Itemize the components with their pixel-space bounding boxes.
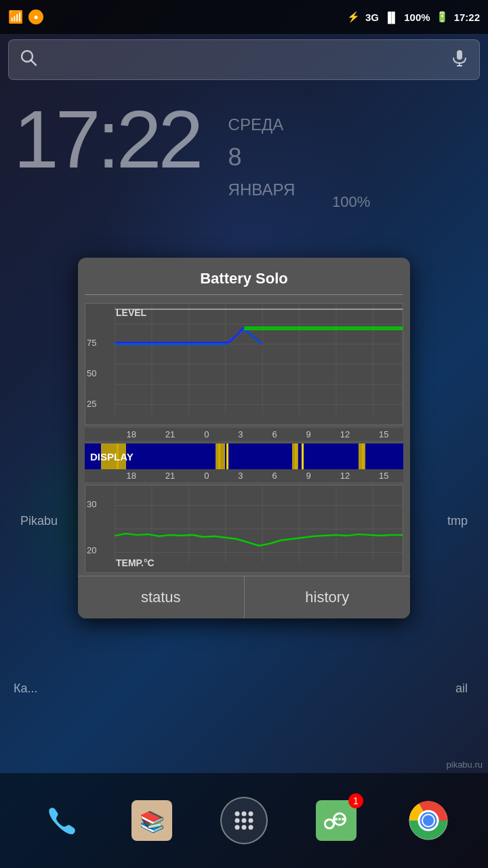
x-label-6a: 6 — [272, 429, 277, 439]
clock-time: 17:22 — [14, 98, 200, 180]
level-label: LEVEL — [116, 307, 146, 318]
message-badge: 1 — [348, 793, 363, 808]
app-dock: 📚 — [0, 773, 488, 868]
search-bar[interactable] — [8, 39, 480, 80]
dock-item-phone[interactable] — [33, 793, 87, 848]
x-label-12b: 12 — [340, 471, 350, 481]
x-label-0a: 0 — [204, 429, 209, 439]
display-tick-5 — [302, 443, 304, 469]
x-label-21a: 21 — [165, 429, 175, 439]
tmp-app-label: tmp — [447, 514, 468, 528]
svg-point-55 — [423, 815, 434, 826]
display-yellow-3 — [292, 443, 298, 469]
display-tick-3 — [226, 443, 228, 469]
dock-item-messages[interactable]: 1 — [309, 793, 363, 848]
x-label-9b: 9 — [306, 471, 311, 481]
battery-icon: 🔋 — [436, 11, 449, 23]
display-yellow-4 — [359, 443, 365, 469]
x-label-18b: 18 — [126, 471, 136, 481]
temp-chart-wrapper: 30 20 TEMP.°C — [85, 485, 403, 573]
status-left: 📶 ● — [8, 9, 43, 24]
month-name: ЯНВАРЯ — [228, 177, 296, 203]
display-bar: DISPLAY — [85, 443, 403, 469]
x-label-3b: 3 — [238, 471, 243, 481]
svg-text:📚: 📚 — [140, 810, 165, 834]
notification-icon: ● — [28, 9, 43, 24]
phone-icon — [36, 797, 83, 844]
bluetooth-icon: ⚡ — [347, 11, 360, 23]
svg-point-33 — [235, 812, 240, 816]
y-label-75: 75 — [87, 338, 96, 348]
svg-point-41 — [249, 825, 253, 830]
microphone-icon[interactable] — [451, 49, 468, 71]
date-number: 8 — [228, 138, 296, 177]
svg-point-49 — [342, 818, 344, 821]
sim-icon: 📶 — [8, 9, 23, 24]
x-label-6b: 6 — [272, 471, 277, 481]
temp-label: TEMP.°C — [116, 557, 155, 568]
svg-point-40 — [242, 825, 247, 830]
x-label-12a: 12 — [340, 429, 350, 439]
svg-point-47 — [335, 818, 338, 821]
svg-point-45 — [326, 821, 333, 827]
clock-widget: 17:22 СРЕДА 8 ЯНВАРЯ — [14, 98, 200, 180]
chart-container: 75 50 25 LEVEL 18 21 0 3 6 9 12 15 DISPL… — [78, 295, 410, 573]
y-temp-label-30: 30 — [87, 499, 96, 509]
svg-point-48 — [338, 818, 341, 821]
pikabu-app-label: Pikabu — [20, 514, 58, 528]
dialog-buttons: status history — [78, 576, 410, 618]
svg-point-38 — [249, 818, 253, 823]
clock-info: СРЕДА 8 ЯНВАРЯ — [228, 112, 296, 203]
battery-solo-dialog: Battery Solo — [78, 258, 410, 618]
y-label-50: 50 — [87, 368, 96, 378]
dialog-title: Battery Solo — [78, 258, 410, 294]
message-icon: 1 — [312, 797, 360, 844]
camera-app-label: Ка... — [14, 682, 38, 696]
history-button[interactable]: history — [245, 576, 411, 618]
y-label-25: 25 — [87, 399, 96, 409]
dock-item-apps[interactable] — [217, 793, 271, 848]
network-type: 3G — [365, 12, 379, 23]
x-label-15a: 15 — [379, 429, 388, 439]
svg-point-36 — [235, 818, 240, 823]
display-x-axis: 18 21 0 3 6 9 12 15 — [85, 469, 403, 482]
temp-chart: 30 20 TEMP.°C — [85, 485, 403, 573]
y-temp-label-20: 20 — [87, 545, 96, 555]
dock-item-chrome[interactable] — [401, 793, 455, 848]
dock-item-launcher[interactable]: 📚 — [125, 793, 179, 848]
email-app-label: ail — [455, 682, 468, 696]
level-chart: 75 50 25 LEVEL — [85, 303, 403, 425]
launcher-icon: 📚 — [128, 797, 176, 844]
signal-bars-icon: ▐▌ — [384, 12, 399, 23]
level-chart-wrapper: 75 50 25 LEVEL 18 21 0 3 6 9 12 15 — [85, 303, 403, 441]
x-label-15b: 15 — [379, 471, 388, 481]
svg-point-37 — [242, 818, 247, 823]
x-label-21b: 21 — [165, 471, 175, 481]
svg-point-34 — [242, 812, 247, 816]
watermark: pikabu.ru — [447, 760, 483, 770]
search-icon — [20, 49, 37, 71]
status-bar: 📶 ● ⚡ 3G ▐▌ 100% 🔋 17:22 — [0, 0, 488, 34]
chrome-icon — [405, 797, 452, 844]
status-time: 17:22 — [454, 12, 480, 23]
display-bar-wrapper: DISPLAY 18 21 0 3 6 9 — [85, 443, 403, 482]
status-right: ⚡ 3G ▐▌ 100% 🔋 17:22 — [347, 11, 480, 23]
x-label-18a: 18 — [126, 429, 136, 439]
display-label: DISPLAY — [85, 451, 134, 462]
status-button[interactable]: status — [78, 576, 245, 618]
battery-percent: 100% — [404, 12, 430, 23]
x-label-0b: 0 — [204, 471, 209, 481]
level-x-axis: 18 21 0 3 6 9 12 15 — [85, 428, 403, 441]
svg-point-35 — [249, 812, 253, 816]
day-of-week: СРЕДА — [228, 112, 296, 138]
x-label-3a: 3 — [238, 429, 243, 439]
apps-grid-icon — [220, 797, 268, 844]
x-label-9a: 9 — [306, 429, 311, 439]
svg-line-1 — [31, 60, 36, 65]
display-yellow-2 — [216, 443, 225, 469]
clock-battery-percent: 100% — [332, 193, 370, 211]
svg-point-39 — [235, 825, 240, 830]
svg-rect-2 — [457, 50, 462, 60]
